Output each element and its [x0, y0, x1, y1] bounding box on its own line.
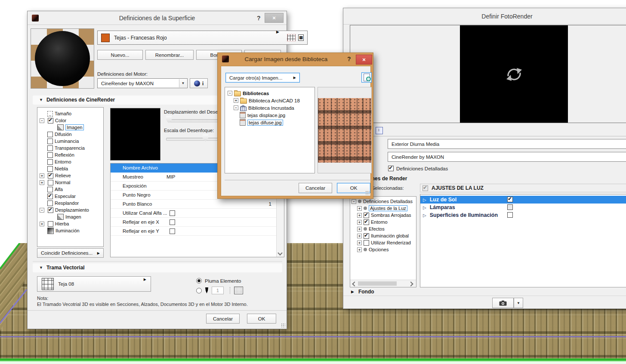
material-popup-arrow-icon[interactable]: ▶ [276, 30, 279, 34]
image-icon [57, 124, 64, 130]
tree-item[interactable]: Imagen [40, 213, 103, 220]
ok-button[interactable]: OK [247, 314, 276, 324]
light-item-sun[interactable]: ▷ Luz de Sol [420, 196, 626, 204]
tree-item-label: Color [55, 118, 66, 123]
pen-number-input[interactable]: 1 [212, 287, 224, 294]
vector-collapse-icon[interactable]: ▼ [39, 265, 43, 270]
new-button[interactable]: Nuevo... [97, 50, 143, 60]
resize-grip[interactable] [365, 191, 370, 195]
folder-icon [234, 91, 241, 96]
render-preview-panel [350, 25, 626, 123]
horizontal-scrollbar[interactable] [350, 280, 416, 287]
tree-item[interactable]: +Entorno [352, 219, 416, 225]
engine-info-button[interactable]: i [190, 78, 208, 88]
cancel-button[interactable]: Cancelar [299, 183, 332, 193]
tree-item[interactable]: -Bibliotecas [228, 89, 315, 97]
tree-item-label: Difusión [55, 132, 72, 137]
rename-button[interactable]: Renombrar... [145, 50, 194, 60]
vector-section-title[interactable]: Trama Vectorial [46, 265, 85, 271]
property-row[interactable]: Reflejar en eje Y [111, 227, 277, 236]
cinerender-collapse-icon[interactable]: ▼ [39, 98, 43, 102]
tree-item[interactable]: +Hierba [40, 220, 103, 227]
tree-item[interactable]: Imagen [40, 124, 103, 131]
tree-item[interactable]: -Definiciones Detalladas [352, 198, 416, 205]
detailed-settings-checkbox[interactable] [388, 166, 394, 171]
scene-preset-select[interactable]: Exterior Diurna Media [388, 139, 626, 149]
tree-item[interactable]: -Biblioteca Incrustada [228, 104, 315, 111]
property-row[interactable]: Utilizar Canal Alfa ... [111, 209, 277, 218]
tree-item[interactable]: Reflexión [40, 151, 103, 158]
property-row[interactable]: Reflejar en eje X [111, 218, 277, 227]
pattern-chip[interactable] [234, 287, 243, 294]
tree-item[interactable]: +Iluminación global [352, 232, 416, 239]
light-item-checkbox[interactable] [507, 197, 513, 202]
preview-size-icon[interactable] [376, 127, 383, 134]
refresh-icon[interactable] [503, 63, 526, 86]
engine-select[interactable]: CineRender by MAXON ▼ [97, 78, 188, 88]
tree-item[interactable]: Tamaño [40, 110, 103, 117]
load-other-image-button[interactable]: Cargar otro(a) Imagen... ▶ [225, 73, 300, 83]
tree-item[interactable]: +Efectos [352, 225, 416, 232]
match-settings-button[interactable]: Coincidir Definiciones... ▶ [37, 248, 104, 258]
tree-item[interactable]: +Sombras Arrojadas [352, 212, 416, 219]
chevron-down-icon[interactable]: ▼ [179, 79, 187, 87]
photorender-titlebar[interactable]: Definir FotoRender [343, 8, 626, 25]
tree-item[interactable]: Difusión [40, 131, 103, 138]
tree-item[interactable]: -Desplazamiento [40, 207, 103, 213]
property-checkbox[interactable] [170, 210, 175, 216]
light-item-checkbox[interactable] [507, 204, 513, 210]
light-settings-group-checkbox[interactable] [422, 185, 428, 191]
render-options-dropdown[interactable]: ▼ [514, 298, 523, 308]
help-icon[interactable]: ? [257, 15, 261, 22]
tree-item[interactable]: Entorno [40, 158, 103, 165]
expand-triangle-icon[interactable]: ▷ [423, 197, 426, 202]
close-icon[interactable]: × [265, 13, 284, 23]
tree-item[interactable]: Niebla [40, 165, 103, 172]
light-item-checkbox[interactable] [507, 212, 513, 218]
vector-fill-button[interactable]: Teja 08 ▶ [37, 276, 151, 292]
help-icon[interactable]: ? [347, 56, 351, 62]
fondo-collapse-icon[interactable]: ▶ [351, 290, 354, 294]
tree-item[interactable]: Especular [40, 193, 103, 200]
tree-item[interactable]: +Ajustes de la Luz [352, 205, 416, 212]
tree-item[interactable]: +Normal [40, 179, 103, 186]
tree-item[interactable]: tejas displace.jpg [228, 111, 315, 119]
cinerender-section-title[interactable]: Definiciones de CineRender [46, 97, 115, 103]
expand-triangle-icon[interactable]: ▷ [423, 213, 426, 218]
catalog-icon[interactable]: ▤ [298, 34, 304, 41]
expand-triangle-icon[interactable]: ▷ [423, 205, 426, 210]
render-camera-button[interactable] [492, 298, 514, 308]
property-row[interactable]: Punto Blanco1 [111, 200, 277, 209]
tree-item-selected[interactable]: tejas difuse.jpg [228, 119, 315, 126]
tree-item[interactable]: Alfa [40, 186, 103, 193]
light-item-lamps[interactable]: ▷ Lámparas [420, 204, 626, 211]
tree-item[interactable]: -Color [40, 117, 103, 124]
popup-arrow-icon: ▶ [293, 76, 296, 80]
preview-toggle-button[interactable] [361, 72, 372, 83]
custom-pen-radio[interactable] [196, 288, 202, 293]
tree-item[interactable]: Transparencia [40, 145, 103, 151]
tree-item[interactable]: Luminancia [40, 138, 103, 145]
render-engine-select[interactable]: CineRender by MAXON [388, 152, 626, 162]
tree-item[interactable]: +Relieve [40, 172, 103, 179]
tree-item[interactable]: Resplandor [40, 200, 103, 207]
cancel-button[interactable]: Cancelar [206, 314, 240, 324]
property-label: Punto Blanco [123, 201, 152, 207]
load-image-titlebar[interactable]: Cargar Imagen desde Biblioteca ? × [218, 53, 373, 66]
surface-titlebar[interactable]: Definiciones de la Superficie ? × [28, 11, 287, 25]
tree-item[interactable]: +Opciones [352, 246, 416, 253]
surface-fill-icon[interactable] [287, 34, 296, 41]
fondo-section-title[interactable]: Fondo [358, 289, 374, 295]
property-checkbox[interactable] [170, 219, 175, 225]
tree-item[interactable]: +Utilizar Renderizad [352, 239, 416, 246]
tree-item-label: Biblioteca ArchiCAD 18 [249, 98, 300, 103]
pen-element-radio[interactable] [196, 278, 202, 284]
tree-item[interactable]: +Biblioteca ArchiCAD 18 [228, 97, 315, 104]
light-item-surfaces[interactable]: ▷ Superficies de Iluminación [420, 211, 626, 219]
property-checkbox[interactable] [170, 228, 175, 234]
property-label: Nombre Archivo [123, 165, 158, 170]
load-image-dialog: Cargar Imagen desde Biblioteca ? × Carga… [217, 52, 373, 199]
tree-item[interactable]: Iluminación [40, 227, 103, 234]
resize-grip[interactable] [281, 323, 285, 327]
close-icon[interactable]: × [356, 55, 372, 65]
